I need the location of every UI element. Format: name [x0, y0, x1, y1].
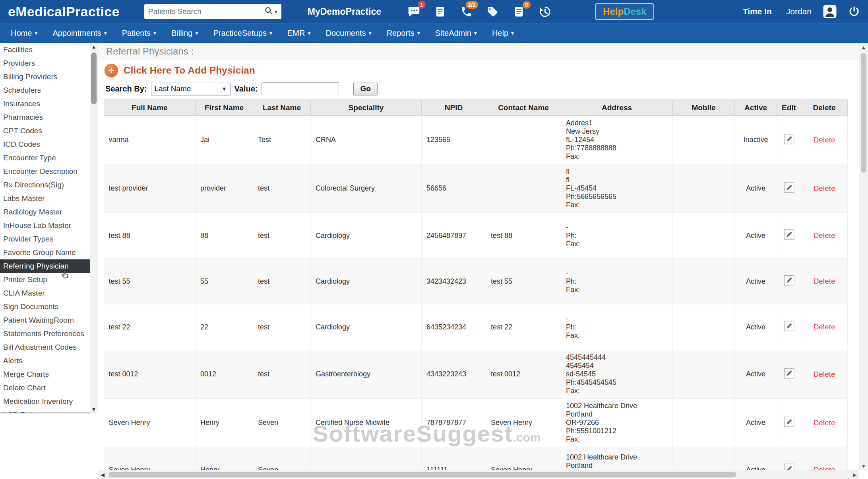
sidebar-item-medication-inventory[interactable]: Medication Inventory	[0, 395, 90, 408]
sidebar-item-favorite-group-name[interactable]: Favorite Group Name	[0, 246, 90, 259]
value-input[interactable]	[262, 82, 339, 95]
search-options-caret-icon[interactable]: ▾	[275, 8, 277, 15]
edit-button[interactable]	[784, 182, 794, 195]
nav-item-appointments[interactable]: Appointments▾	[45, 23, 114, 43]
sidebar-item-sign-documents[interactable]: Sign Documents	[0, 300, 90, 313]
add-physician-link[interactable]: Click Here To Add Physician	[124, 65, 255, 76]
edit-button[interactable]	[784, 368, 794, 381]
nav-item-label: Documents	[326, 29, 366, 38]
nav-item-home[interactable]: Home▾	[3, 23, 45, 43]
delete-link[interactable]: Delete	[814, 277, 835, 285]
cell-first-name: 22	[196, 304, 253, 350]
sidebar-item-pharmacies[interactable]: Pharmacies	[0, 111, 90, 124]
sidebar-item-printer-setup[interactable]: Printer Setup	[0, 273, 90, 286]
delete-link[interactable]: Delete	[814, 323, 835, 331]
sidebar-scroll-up-icon[interactable]: ▲	[90, 43, 98, 51]
sidebar-item-lcd-rules[interactable]: LCD Rules	[0, 408, 90, 413]
chat-icon[interactable]: 1	[407, 4, 421, 19]
scroll-left-icon[interactable]: ◀	[98, 470, 107, 479]
delete-link[interactable]: Delete	[814, 184, 835, 193]
nav-item-patients[interactable]: Patients▾	[114, 23, 164, 43]
sidebar-item-clia-master[interactable]: CLIA Master	[0, 286, 90, 300]
tag-icon[interactable]	[485, 4, 500, 19]
delete-link[interactable]: Delete	[814, 370, 835, 378]
time-in-button[interactable]: Time In	[743, 7, 772, 16]
sidebar-item-statements-preferences[interactable]: Statements Preferences	[0, 327, 90, 341]
nav-item-practicesetups[interactable]: PracticeSetups▾	[205, 23, 280, 43]
cell-full-name: test 22	[104, 304, 196, 350]
scroll-down-icon[interactable]: ▼	[859, 461, 868, 470]
helpdesk-button[interactable]: HelpDesk	[595, 3, 654, 20]
sidebar-item-insurances[interactable]: Insurances	[0, 97, 90, 111]
scroll-up-icon[interactable]: ▲	[859, 43, 868, 52]
physicians-table: Full NameFirst NameLast NameSpecialityNP…	[104, 99, 848, 479]
nav-item-siteadmin[interactable]: SiteAdmin▾	[428, 23, 484, 43]
delete-link[interactable]: Delete	[814, 231, 835, 240]
add-plus-icon[interactable]: +	[105, 64, 118, 77]
main-vertical-scrollbar[interactable]: ▲ ▼	[859, 43, 868, 470]
edit-button[interactable]	[784, 417, 794, 429]
app-logo: eMedicalPractice	[8, 4, 120, 19]
search-icon[interactable]	[264, 6, 273, 17]
sidebar-scroll-thumb[interactable]	[91, 53, 97, 104]
chevron-down-icon: ▾	[511, 30, 514, 36]
sidebar-item-icd-codes[interactable]: ICD Codes	[0, 138, 90, 151]
edit-button[interactable]	[784, 275, 794, 288]
cell-edit	[777, 259, 801, 304]
sidebar-item-radiology-master[interactable]: Radiology Master	[0, 205, 90, 219]
patients-search[interactable]: ▾	[144, 4, 281, 19]
nav-item-help[interactable]: Help▾	[484, 23, 521, 43]
edit-button[interactable]	[784, 321, 794, 333]
physicians-table-wrap: Full NameFirst NameLast NameSpecialityNP…	[98, 99, 868, 479]
sidebar-item-encounter-description[interactable]: Encounter Description	[0, 165, 90, 178]
username[interactable]: Jordan	[786, 7, 812, 16]
sidebar-item-labs-master[interactable]: Labs Master	[0, 192, 90, 205]
horizontal-scroll-thumb[interactable]	[108, 472, 736, 477]
sidebar-item-alerts[interactable]: Alerts	[0, 354, 90, 368]
sidebar-item-cpt-codes[interactable]: CPT Codes	[0, 124, 90, 138]
sidebar-item-billing-providers[interactable]: Billing Providers	[0, 70, 90, 84]
sidebar-scroll-down-icon[interactable]: ▼	[90, 405, 98, 413]
delete-link[interactable]: Delete	[814, 419, 835, 427]
sidebar-item-provider-types[interactable]: Provider Types	[0, 232, 90, 246]
sidebar-item-providers[interactable]: Providers	[0, 56, 90, 70]
sidebar-item-rx-directions-sig[interactable]: Rx Directions(Sig)	[0, 178, 90, 192]
col-header-contact-name: Contact Name	[486, 100, 561, 116]
delete-link[interactable]: Delete	[814, 136, 835, 144]
sidebar-item-facilities[interactable]: Facilities	[0, 43, 90, 56]
app-header: eMedicalPractice ▾ MyDemoPractice 1 2/2 …	[0, 0, 868, 23]
nav-item-emr[interactable]: EMR▾	[280, 23, 318, 43]
cell-delete: Delete	[801, 164, 848, 213]
nav-item-documents[interactable]: Documents▾	[318, 23, 379, 43]
edit-button[interactable]	[784, 134, 794, 146]
sidebar-item-schedulers[interactable]: Schedulers	[0, 84, 90, 97]
edit-button[interactable]	[784, 229, 794, 242]
col-header-speciality: Speciality	[311, 100, 422, 116]
vertical-scroll-thumb[interactable]	[861, 53, 866, 173]
sidebar-item-patient-waitingroom[interactable]: Patient WaitingRoom	[0, 313, 90, 327]
scroll-right-icon[interactable]: ▶	[851, 470, 859, 479]
sidebar-item-delete-chart[interactable]: Delete Chart	[0, 381, 90, 395]
phone-icon[interactable]: 2/2	[459, 4, 473, 19]
search-by-select[interactable]: Last Name ▼	[151, 82, 231, 95]
sidebar-item-inhouse-lab-master[interactable]: InHouse Lab Master	[0, 219, 90, 232]
notes-icon[interactable]	[433, 4, 447, 19]
history-icon[interactable]	[538, 4, 552, 19]
patients-search-input[interactable]	[148, 7, 264, 16]
cell-contact-name: test 88	[486, 213, 561, 259]
sidebar-scrollbar[interactable]: ▲ ▼	[90, 43, 98, 413]
main-horizontal-scrollbar[interactable]: ◀ ▶	[98, 470, 859, 479]
sidebar-item-referring-physician[interactable]: Referring Physician	[0, 259, 90, 273]
go-button[interactable]: Go	[353, 82, 377, 95]
sidebar-item-merge-charts[interactable]: Merge Charts	[0, 368, 90, 381]
phone-badge: 2/2	[466, 1, 478, 9]
nav-item-billing[interactable]: Billing▾	[164, 23, 205, 43]
sidebar-item-bill-adjustment-codes[interactable]: Bill Adjustment Codes	[0, 341, 90, 354]
tasks-icon[interactable]: 0	[511, 4, 526, 19]
logout-power-icon[interactable]	[848, 6, 860, 18]
sidebar-item-encounter-type[interactable]: Encounter Type	[0, 151, 90, 165]
nav-item-reports[interactable]: Reports▾	[379, 23, 428, 43]
user-profile-icon[interactable]	[823, 4, 837, 19]
cell-edit	[777, 164, 801, 213]
col-header-npid: NPID	[422, 100, 486, 116]
